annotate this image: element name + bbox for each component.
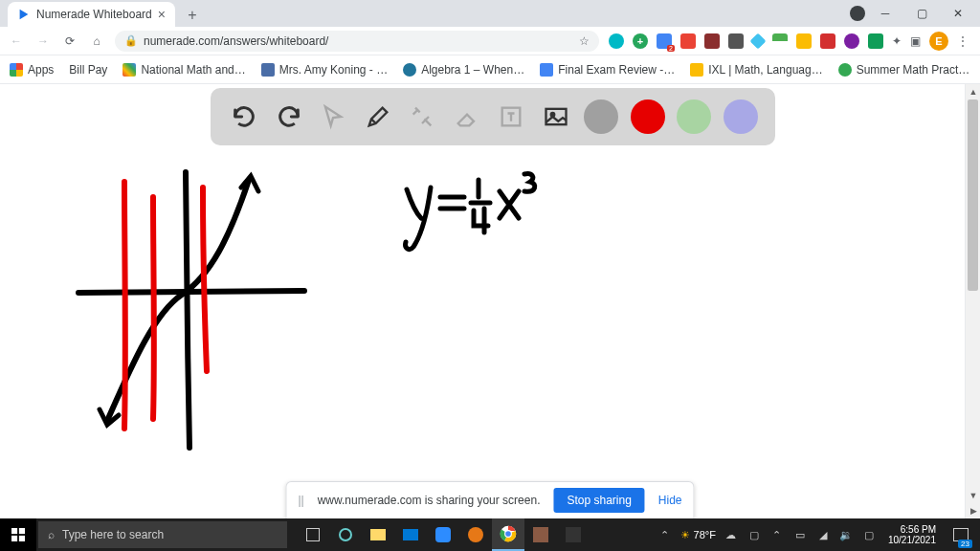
- svg-point-10: [505, 531, 512, 538]
- tab-title: Numerade Whiteboard: [36, 8, 152, 21]
- minimize-button[interactable]: ─: [869, 4, 902, 23]
- svg-marker-0: [20, 10, 29, 20]
- back-button[interactable]: ←: [8, 33, 25, 50]
- onedrive-icon[interactable]: ☁: [724, 527, 739, 542]
- vertical-scrollbar[interactable]: ▲ ▼ ▶: [965, 84, 980, 518]
- bookmark-item[interactable]: IXL | Math, Languag…: [690, 63, 822, 77]
- bookmark-item[interactable]: National Math and…: [122, 63, 245, 77]
- ext-icon-11[interactable]: [844, 33, 859, 49]
- ext-icon-10[interactable]: [820, 33, 835, 49]
- tray-expand-icon[interactable]: ⌃: [657, 527, 673, 542]
- browser-toolbar: ← → ⟳ ⌂ 🔒 numerade.com/answers/whiteboar…: [0, 27, 980, 55]
- bookmark-item[interactable]: Algebra 1 – When…: [403, 63, 524, 77]
- bookmark-favicon: [540, 63, 553, 77]
- scroll-up-arrow[interactable]: ▲: [966, 84, 980, 99]
- forward-button[interactable]: →: [34, 33, 52, 50]
- action-center-icon[interactable]: 23: [947, 521, 974, 548]
- extension-icons: + 2 ✦ ▣ E ⋮: [609, 32, 972, 51]
- address-bar[interactable]: 🔒 numerade.com/answers/whiteboard/ ☆: [115, 31, 599, 52]
- svg-rect-7: [19, 536, 25, 541]
- stop-sharing-button[interactable]: Stop sharing: [553, 488, 644, 513]
- system-tray: ⌃ ☀ 78°F ☁ ▢ ⌃ ▭ ◢ 🔉 ▢ 6:56 PM 10/21/202…: [657, 521, 980, 548]
- svg-rect-5: [19, 528, 25, 534]
- bookmark-item[interactable]: Mrs. Amy Koning - …: [261, 63, 388, 77]
- sharing-message: www.numerade.com is sharing your screen.: [318, 494, 541, 507]
- reload-button[interactable]: ⟳: [61, 33, 78, 50]
- screen-sharing-bar: || www.numerade.com is sharing your scre…: [285, 481, 694, 518]
- home-button[interactable]: ⌂: [88, 33, 105, 50]
- profile-avatar[interactable]: E: [929, 32, 948, 51]
- new-tab-button[interactable]: +: [181, 4, 204, 27]
- scroll-thumb[interactable]: [968, 99, 978, 291]
- page-content: || www.numerade.com is sharing your scre…: [0, 84, 980, 518]
- svg-rect-4: [11, 528, 17, 534]
- scroll-down-arrow[interactable]: ▼: [966, 488, 980, 503]
- whiteboard-canvas[interactable]: [0, 84, 965, 518]
- explorer-icon[interactable]: [362, 518, 394, 551]
- ext-icon-6[interactable]: [728, 33, 744, 49]
- app-icon[interactable]: [459, 518, 492, 551]
- app-icon-3[interactable]: [557, 518, 590, 551]
- wifi-icon[interactable]: ◢: [815, 527, 831, 542]
- apps-button[interactable]: Apps: [10, 63, 54, 77]
- bookmark-favicon: [122, 63, 136, 77]
- windows-taskbar: ⌕ Type here to search ⌃ ☀ 78°F ☁ ▢ ⌃ ▭ ◢…: [0, 518, 980, 551]
- bookmarks-bar: Apps Bill Pay National Math and… Mrs. Am…: [0, 55, 980, 84]
- search-placeholder: Type here to search: [62, 528, 164, 541]
- apps-grid-icon: [10, 63, 23, 77]
- task-view-icon[interactable]: [297, 518, 329, 551]
- sun-icon: ☀: [680, 529, 690, 541]
- browser-tab[interactable]: Numerade Whiteboard ×: [8, 2, 175, 27]
- ext-icon-5[interactable]: [704, 33, 720, 49]
- close-window-button[interactable]: ✕: [942, 4, 974, 23]
- volume-icon[interactable]: 🔉: [838, 527, 854, 542]
- bookmark-favicon: [838, 63, 852, 77]
- mail-icon[interactable]: [394, 518, 427, 551]
- zoom-icon[interactable]: [427, 518, 459, 551]
- lock-icon: 🔒: [124, 34, 138, 47]
- pinned-apps: [297, 518, 590, 551]
- weather-widget[interactable]: ☀ 78°F: [680, 529, 716, 541]
- hide-sharing-link[interactable]: Hide: [658, 494, 682, 507]
- taskbar-clock[interactable]: 6:56 PM 10/21/2021: [884, 524, 940, 545]
- ext-icon-4[interactable]: [680, 33, 696, 49]
- ext-icon-8[interactable]: [772, 33, 788, 49]
- cast-icon[interactable]: ▣: [910, 34, 921, 48]
- extensions-puzzle-icon[interactable]: ✦: [892, 34, 902, 48]
- bookmark-item[interactable]: Bill Pay: [69, 63, 107, 77]
- cortana-icon[interactable]: [329, 518, 362, 551]
- ext-icon-1[interactable]: [609, 33, 624, 49]
- background-apps-icon[interactable]: [850, 6, 865, 21]
- ext-icon-12[interactable]: [868, 33, 883, 49]
- maximize-button[interactable]: ▢: [905, 4, 938, 23]
- bookmark-item[interactable]: Summer Math Pract…: [838, 63, 970, 77]
- bookmark-favicon: [261, 63, 275, 77]
- chrome-icon[interactable]: [492, 518, 524, 551]
- svg-rect-6: [11, 536, 17, 541]
- ext-icon-9[interactable]: [796, 33, 812, 49]
- browser-titlebar: Numerade Whiteboard × + ─ ▢ ✕: [0, 0, 980, 27]
- sharing-handle-icon[interactable]: ||: [298, 494, 303, 507]
- language-icon[interactable]: ▢: [861, 527, 877, 542]
- ext-icon-3[interactable]: 2: [657, 33, 672, 49]
- bookmark-star-icon[interactable]: ☆: [579, 34, 590, 48]
- kebab-menu-icon[interactable]: ⋮: [957, 34, 969, 48]
- close-tab-icon[interactable]: ×: [158, 7, 166, 22]
- ext-icon-7[interactable]: [750, 33, 767, 49]
- bookmark-item[interactable]: Final Exam Review -…: [540, 63, 675, 77]
- tab-favicon: [17, 8, 31, 21]
- search-icon: ⌕: [48, 528, 55, 541]
- ext-icon-2[interactable]: +: [633, 33, 648, 49]
- meet-now-icon[interactable]: ▢: [746, 527, 762, 542]
- start-button[interactable]: [0, 518, 36, 551]
- url-text: numerade.com/answers/whiteboard/: [144, 34, 328, 48]
- app-icon-2[interactable]: [524, 518, 557, 551]
- scroll-right-arrow[interactable]: ▶: [966, 503, 980, 518]
- taskbar-search[interactable]: ⌕ Type here to search: [38, 521, 287, 548]
- tray-expand-icon-2[interactable]: ⌃: [769, 527, 785, 542]
- battery-icon[interactable]: ▭: [792, 527, 808, 542]
- bookmark-favicon: [690, 63, 703, 77]
- bookmark-favicon: [403, 63, 416, 77]
- window-controls: ─ ▢ ✕: [850, 0, 980, 27]
